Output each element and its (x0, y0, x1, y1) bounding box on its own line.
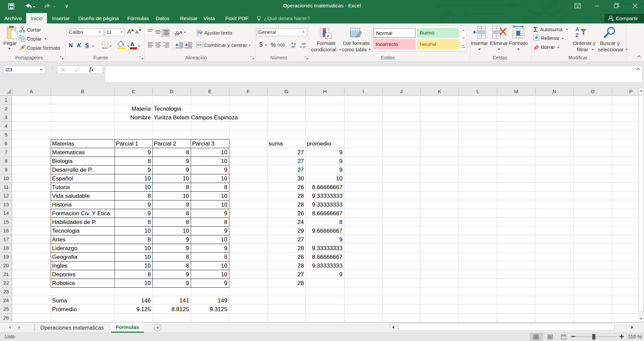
svg-text:ab: ab (175, 30, 180, 37)
svg-text:A: A (576, 26, 579, 32)
svg-text:≠: ≠ (327, 34, 329, 39)
svg-text:,0: ,0 (303, 45, 305, 49)
svg-text:,00: ,00 (291, 45, 295, 49)
svg-text:Z: Z (576, 32, 579, 38)
